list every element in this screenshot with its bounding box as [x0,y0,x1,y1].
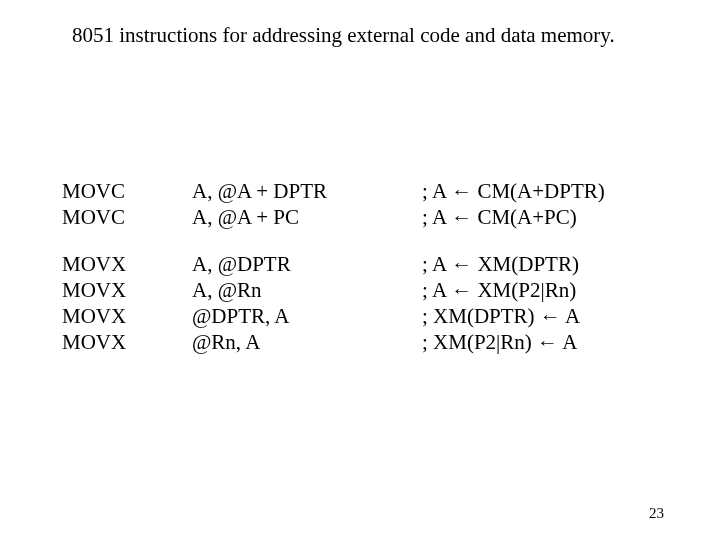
page-number: 23 [649,505,664,522]
operands-cell: A, @Rn [192,277,422,303]
instruction-row: MOVX @DPTR, A ; XM(DPTR) ← A [62,303,662,329]
instruction-group: MOVX A, @DPTR ; A ← XM(DPTR) MOVX A, @Rn… [62,251,662,356]
mnemonic-cell: MOVX [62,329,192,355]
comment-cell: ; A ← CM(A+DPTR) [422,178,662,204]
comment-cell: ; XM(P2|Rn) ← A [422,329,662,355]
instruction-group: MOVC A, @A + DPTR ; A ← CM(A+DPTR) MOVC … [62,178,662,231]
operands-cell: A, @A + PC [192,204,422,230]
mnemonic-cell: MOVX [62,303,192,329]
instruction-row: MOVX @Rn, A ; XM(P2|Rn) ← A [62,329,662,355]
operands-cell: A, @DPTR [192,251,422,277]
operands-cell: @DPTR, A [192,303,422,329]
mnemonic-cell: MOVX [62,277,192,303]
mnemonic-cell: MOVX [62,251,192,277]
comment-cell: ; A ← XM(P2|Rn) [422,277,662,303]
comment-cell: ; A ← CM(A+PC) [422,204,662,230]
instruction-row: MOVX A, @DPTR ; A ← XM(DPTR) [62,251,662,277]
comment-cell: ; XM(DPTR) ← A [422,303,662,329]
comment-cell: ; A ← XM(DPTR) [422,251,662,277]
operands-cell: A, @A + DPTR [192,178,422,204]
instruction-row: MOVC A, @A + DPTR ; A ← CM(A+DPTR) [62,178,662,204]
instruction-table: MOVC A, @A + DPTR ; A ← CM(A+DPTR) MOVC … [62,178,662,376]
mnemonic-cell: MOVC [62,204,192,230]
instruction-row: MOVX A, @Rn ; A ← XM(P2|Rn) [62,277,662,303]
slide-title: 8051 instructions for addressing externa… [72,22,632,48]
instruction-row: MOVC A, @A + PC ; A ← CM(A+PC) [62,204,662,230]
mnemonic-cell: MOVC [62,178,192,204]
operands-cell: @Rn, A [192,329,422,355]
